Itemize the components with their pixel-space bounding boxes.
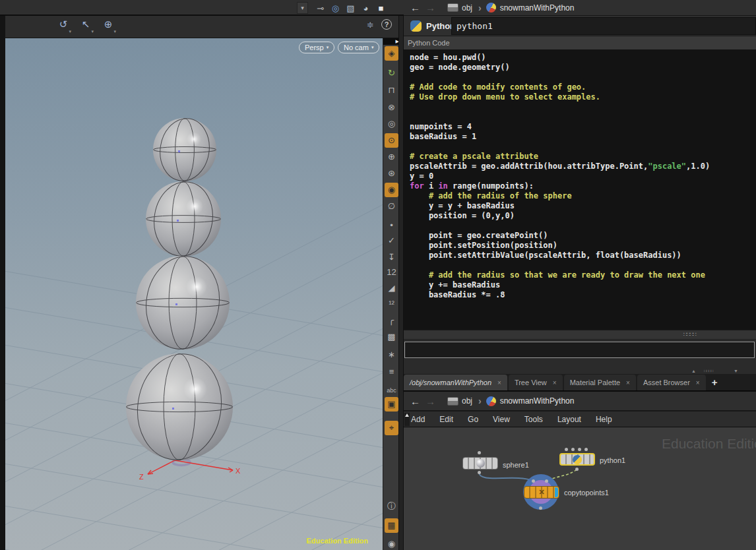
pane-stow-bar[interactable] bbox=[0, 16, 5, 550]
pane-collapse-bar[interactable]: ▲ ∷∷∷∷ ▼ bbox=[404, 368, 756, 374]
node-output-dot[interactable] bbox=[575, 468, 579, 471]
text-overlay-icon[interactable]: abc bbox=[385, 383, 398, 398]
menu-tools[interactable]: Tools bbox=[517, 415, 550, 424]
python-node-icon bbox=[573, 455, 582, 464]
resize-handle-icon[interactable]: ∷∷∷∷ bbox=[683, 331, 696, 338]
ring-light-icon[interactable]: ◎ bbox=[385, 117, 398, 131]
grid-plane-icon[interactable]: ◈ bbox=[385, 46, 398, 61]
sphere-bottom[interactable] bbox=[126, 348, 233, 466]
node-input-dot[interactable] bbox=[584, 448, 588, 451]
menu-view[interactable]: View bbox=[486, 415, 517, 424]
node-python1[interactable] bbox=[559, 453, 595, 466]
node-input-dot[interactable] bbox=[478, 451, 481, 454]
forward-arrow-icon[interactable]: → bbox=[425, 396, 435, 407]
vector-display-icon[interactable]: ∗ bbox=[385, 348, 398, 362]
select-tool-icon[interactable]: ↖▾ bbox=[79, 18, 92, 34]
tab-asset-browser[interactable]: Asset Browser× bbox=[637, 375, 706, 390]
node-input-dot[interactable] bbox=[571, 448, 575, 451]
python-code-editor[interactable]: node = hou.pwd()geo = node.geometry() # … bbox=[404, 50, 756, 330]
background-image-icon[interactable]: ▣ bbox=[385, 397, 398, 412]
node-output-dot[interactable] bbox=[539, 506, 542, 510]
menu-help[interactable]: Help bbox=[588, 415, 619, 424]
python-logo-icon[interactable] bbox=[410, 20, 422, 32]
radial-menu-icon[interactable]: ◎ bbox=[330, 3, 341, 13]
handles-display-icon[interactable]: ⌖ bbox=[385, 421, 398, 435]
snap-cube-icon[interactable]: ▧ bbox=[345, 3, 356, 13]
breadcrumb-node-label[interactable]: snowmanWithPython bbox=[500, 396, 575, 406]
help-icon[interactable]: ? bbox=[381, 19, 392, 30]
vertex-numbers-icon[interactable]: ¹² bbox=[385, 297, 398, 311]
sphere-third[interactable] bbox=[136, 251, 230, 354]
viewport-3d[interactable]: X Z bbox=[5, 38, 383, 550]
handles-tool-icon[interactable]: ⊕▾ bbox=[102, 18, 115, 34]
axis-z-label: Z bbox=[139, 473, 144, 481]
sphere-second[interactable] bbox=[146, 177, 221, 260]
node-sphere1[interactable] bbox=[462, 457, 498, 470]
default-lighting-icon[interactable]: ⊙ bbox=[385, 133, 398, 148]
points-display-icon[interactable]: • bbox=[385, 218, 398, 233]
normal-lighting-icon[interactable]: ⊕ bbox=[385, 150, 398, 164]
network-editor[interactable]: Education Edition sphere1 python1 bbox=[404, 427, 756, 550]
node-copytopoints1[interactable]: ✕ bbox=[524, 486, 559, 499]
camera-selector[interactable]: No cam ▾ bbox=[338, 42, 379, 53]
tab-material-palette[interactable]: Material Palette× bbox=[564, 375, 636, 390]
ghost-objects-icon[interactable]: ↻ bbox=[385, 66, 398, 80]
point-trails-icon[interactable]: ✓ bbox=[385, 233, 398, 248]
point-numbers-icon[interactable]: 12 bbox=[385, 265, 398, 280]
snapshot-icon[interactable]: ▦ bbox=[385, 518, 398, 533]
menu-edit[interactable]: Edit bbox=[432, 415, 460, 424]
tab-tree-view[interactable]: Tree View× bbox=[509, 375, 563, 390]
add-tab-button[interactable]: + bbox=[712, 375, 718, 390]
splitter-grip-icon[interactable]: ∷∷∷∷ bbox=[704, 368, 713, 374]
collapse-up-icon[interactable]: ▲ bbox=[691, 368, 696, 374]
smooth-shading-icon[interactable]: ◉ bbox=[385, 183, 398, 197]
node-label[interactable]: copytopoints1 bbox=[564, 489, 609, 497]
menu-layout[interactable]: Layout bbox=[550, 415, 588, 424]
lock-icon[interactable]: ⊓ bbox=[385, 83, 398, 98]
uv-overlay-icon[interactable]: ▩ bbox=[385, 330, 398, 344]
breadcrumb-obj[interactable]: obj bbox=[447, 3, 472, 13]
hq-lighting-icon[interactable]: ⊛ bbox=[385, 166, 398, 181]
link-editor-icon[interactable]: ≑ bbox=[367, 20, 374, 30]
node-input-dot[interactable] bbox=[565, 448, 568, 451]
close-icon[interactable]: × bbox=[553, 379, 557, 386]
node-label[interactable]: sphere1 bbox=[503, 461, 529, 469]
breadcrumb-node-label[interactable]: snowmanWithPython bbox=[500, 3, 575, 13]
close-icon[interactable]: × bbox=[497, 379, 501, 386]
node-bypass-tab[interactable] bbox=[555, 487, 558, 497]
menu-go[interactable]: Go bbox=[460, 415, 486, 424]
close-icon[interactable]: × bbox=[626, 379, 630, 386]
point-normals-icon[interactable]: ◢ bbox=[385, 281, 398, 295]
node-label[interactable]: python1 bbox=[600, 456, 625, 464]
headlight-icon[interactable]: ⊗ bbox=[385, 100, 398, 115]
collapse-down-icon[interactable]: ▼ bbox=[734, 368, 738, 374]
node-name-field[interactable] bbox=[451, 17, 756, 35]
back-arrow-icon[interactable]: ← bbox=[410, 396, 420, 407]
profile-curves-icon[interactable]: ╭ bbox=[385, 313, 398, 328]
menu-scroll-marker[interactable] bbox=[404, 413, 410, 426]
tab--obj-snowmanwithpython[interactable]: /obj/snowmanWithPython× bbox=[404, 375, 507, 390]
info-icon[interactable]: ⓘ bbox=[385, 499, 398, 514]
breadcrumb-obj[interactable]: obj bbox=[447, 396, 472, 406]
pin-tab-icon[interactable]: ⊸ bbox=[315, 3, 326, 13]
sphere-top[interactable] bbox=[153, 115, 216, 184]
chevron-down-icon: ▾ bbox=[371, 42, 374, 53]
persp-view-selector[interactable]: Persp ▾ bbox=[299, 42, 334, 53]
color-swatch-icon[interactable]: ■ bbox=[375, 3, 387, 13]
node-input-dot[interactable] bbox=[545, 479, 548, 483]
group-display-icon[interactable]: ≡ bbox=[385, 365, 398, 379]
point-markers-icon[interactable]: ↧ bbox=[385, 250, 398, 264]
back-arrow-icon[interactable]: ← bbox=[410, 2, 420, 13]
view-tool-icon[interactable]: ↺▾ bbox=[57, 18, 70, 34]
node-output-dot[interactable] bbox=[478, 471, 481, 474]
pane-splitter[interactable] bbox=[398, 16, 404, 550]
shelf-dropdown[interactable]: ▾ bbox=[297, 2, 308, 14]
node-input-dot[interactable] bbox=[532, 479, 535, 483]
close-icon[interactable]: × bbox=[696, 379, 700, 386]
select-geometry-icon[interactable]: ◕ bbox=[360, 3, 371, 13]
panel-resize-row[interactable]: ∷∷∷∷ bbox=[404, 330, 756, 340]
visibility-icon[interactable]: ◉ bbox=[385, 537, 398, 550]
forward-arrow-icon[interactable]: → bbox=[425, 2, 435, 13]
hide-objects-icon[interactable]: ∅ bbox=[385, 199, 398, 214]
node-input-dot[interactable] bbox=[578, 448, 581, 451]
